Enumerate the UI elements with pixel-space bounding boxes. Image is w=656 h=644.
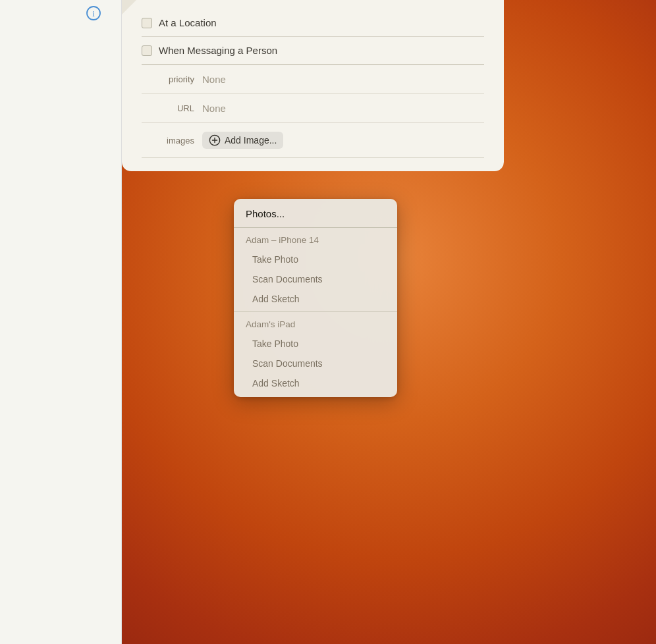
images-row: images Add Image... (142, 123, 484, 158)
add-image-button[interactable]: Add Image... (202, 132, 283, 149)
at-location-checkbox[interactable] (142, 18, 152, 28)
priority-value[interactable]: None (202, 74, 226, 85)
menu-divider-1 (234, 227, 397, 228)
images-label: images (142, 136, 194, 146)
menu-item-take-photo-iphone[interactable]: Take Photo (234, 250, 397, 269)
menu-divider-2 (234, 311, 397, 312)
panel-corner (122, 0, 136, 14)
add-image-label: Add Image... (225, 135, 277, 146)
when-messaging-label: When Messaging a Person (159, 45, 277, 56)
menu-item-take-photo-ipad[interactable]: Take Photo (234, 334, 397, 354)
menu-item-scan-docs-iphone[interactable]: Scan Documents (234, 269, 397, 289)
url-label: URL (142, 103, 194, 113)
plus-circle-icon (209, 134, 221, 146)
sidebar-panel (0, 0, 122, 644)
info-icon[interactable]: i (86, 5, 101, 21)
menu-item-scan-docs-ipad[interactable]: Scan Documents (234, 354, 397, 373)
at-location-label: At a Location (159, 17, 217, 28)
detail-panel: At a Location When Messaging a Person pr… (122, 0, 504, 171)
url-row: URL None (142, 94, 484, 123)
priority-row: priority None (142, 65, 484, 94)
image-source-dropdown: Photos... Adam – iPhone 14 Take Photo Sc… (234, 199, 397, 397)
menu-item-add-sketch-iphone[interactable]: Add Sketch (234, 289, 397, 309)
menu-item-photos[interactable]: Photos... (234, 203, 397, 225)
svg-text:i: i (92, 9, 95, 18)
url-value[interactable]: None (202, 103, 226, 114)
when-messaging-row: When Messaging a Person (142, 37, 484, 65)
menu-section-iphone: Adam – iPhone 14 (234, 230, 397, 250)
when-messaging-checkbox[interactable] (142, 45, 152, 56)
priority-label: priority (142, 74, 194, 84)
menu-section-ipad: Adam's iPad (234, 315, 397, 334)
at-location-row: At a Location (142, 9, 484, 37)
menu-item-add-sketch-ipad[interactable]: Add Sketch (234, 373, 397, 393)
